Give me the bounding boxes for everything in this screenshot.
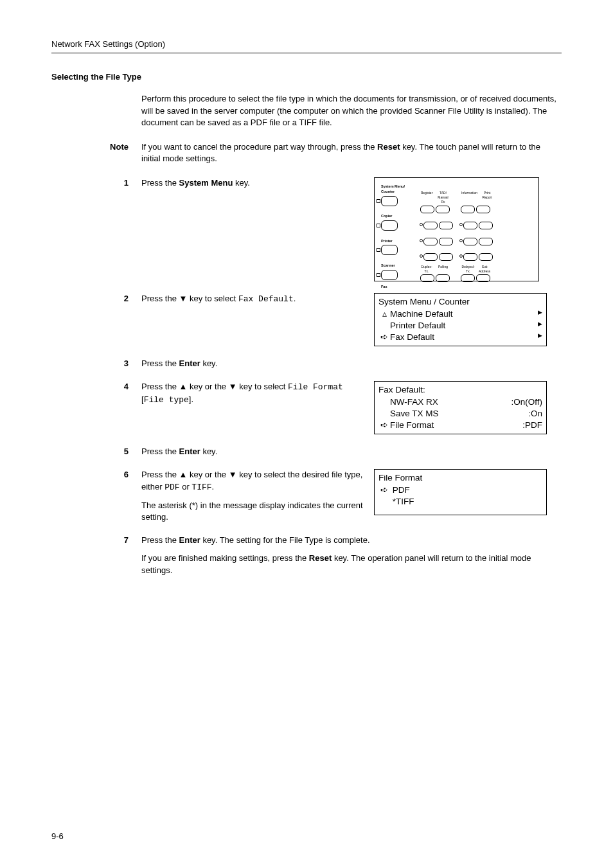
lcd-title: File Format [378,472,542,484]
led-icon [420,254,423,258]
panel-oval-button-icon [479,222,493,229]
step-number: 4 [51,381,141,393]
submenu-icon: ▶ [538,308,542,320]
led-icon [459,254,463,258]
section-title: Selecting the File Type [51,71,562,83]
key-name: Enter [179,535,200,545]
printer-button-icon [381,245,398,255]
up-scroll-icon: ▵ [378,308,390,320]
note-block: Note If you want to cancel the procedure… [51,141,562,164]
panel-oval-button-icon [439,222,453,229]
panel-top-label: Print Report [480,191,494,200]
t: Press the ▲ key or the ▼ key to select [141,382,288,391]
key-name: System Menu [179,178,233,188]
panel-figure: System Menu/ Counter Copier Printer Scan… [374,177,544,281]
panel-top-label: Information [461,191,478,195]
step-number: 3 [51,358,141,369]
cursor-icon: ➪ [378,484,390,496]
note-text: If you want to cancel the procedure part… [141,141,562,164]
panel-oval-button-icon [479,253,493,261]
cursor-icon: ➪ [378,332,390,343]
t: Press the [141,359,179,368]
cursor-icon: ➪ [378,420,390,431]
step-text: Press the Enter key. The setting for the… [141,535,562,576]
panel-oval-button-icon [436,274,450,282]
t: key. [233,178,250,188]
panel-oval-button-icon [463,222,477,229]
system-menu-button-icon [381,196,398,206]
step-text: Press the System Menu key. [141,177,374,189]
step-2: 2 Press the ▼ key to select Fax Default.… [51,293,562,346]
lcd-item: PDF [393,485,410,495]
step-text: Press the Enter key. [141,358,562,369]
t: . [212,482,215,492]
panel-oval-button-icon [439,238,453,245]
t: ]. [189,394,193,404]
mono: File type [144,395,189,405]
step-6: 6 Press the ▲ key or the ▼ key to select… [51,469,562,523]
lcd-item: File Format [390,420,434,430]
running-header: Network FAX Settings (Option) [51,39,562,53]
t: If you are finished making settings, pre… [141,553,309,563]
mono: File Format [288,382,343,392]
panel-oval-button-icon [423,253,438,261]
lcd-title: Fax Default: [378,384,542,396]
step-text: Press the ▲ key or the ▼ key to select t… [141,469,374,523]
t: . [294,294,296,303]
t: Press the ▼ key to select [141,294,238,303]
panel-oval-button-icon [423,238,438,245]
panel-oval-button-icon [420,274,434,282]
step-1: 1 Press the System Menu key. System Menu… [51,177,562,281]
panel-oval-button-icon [476,274,490,282]
step-number: 7 [51,535,141,546]
lcd-value: :On(Off) [511,396,542,408]
lcd-item: Machine Default [390,309,453,319]
step-number: 1 [51,177,141,189]
t: or [180,482,192,492]
lcd-figure: System Menu / Counter ▵Machine Default▶ … [374,293,547,346]
led-icon [459,239,463,242]
lcd-item: *TIFF [393,497,414,506]
step-4: 4 Press the ▲ key or the ▼ key to select… [51,381,562,434]
panel-label: Copier [381,214,413,219]
led-icon [459,223,463,226]
t: Press the [141,535,179,545]
panel-bot-label: Delayed- Tx. [461,265,475,274]
panel-oval-button-icon [476,206,490,213]
panel-label: Printer [381,239,413,244]
lcd-value: :PDF [522,420,542,431]
mono: PDF [164,483,179,492]
t: key. The setting for the File Type is co… [200,535,370,545]
panel-oval-button-icon [463,238,477,245]
mono: TIFF [191,483,211,492]
panel-oval-button-icon [479,238,493,245]
step-number: 2 [51,293,141,305]
panel-oval-button-icon [463,253,477,261]
panel-oval-button-icon [423,222,438,229]
lcd-item: Fax Default [390,332,434,342]
mono: Fax Default [238,294,294,304]
panel-oval-button-icon [439,253,453,261]
lcd-title: System Menu / Counter [378,296,542,308]
step-number: 5 [51,446,141,457]
step6-p2: The asterisk (*) in the message display … [141,500,366,523]
step-text: Press the ▲ key or the ▼ key to select F… [141,381,374,405]
panel-label: System Menu/ Counter [381,184,413,194]
step-text: Press the Enter key. [141,446,562,457]
panel-bot-label: Polling [436,265,450,269]
step-7: 7 Press the Enter key. The setting for t… [51,535,562,576]
submenu-icon: ▶ [538,320,542,332]
key-name: Enter [179,447,200,456]
panel-top-label: TAD/ Manual Rx [436,191,450,204]
key-name: Reset [309,553,332,563]
lcd-item: Printer Default [390,321,445,330]
lcd-value: :On [528,408,542,420]
panel-oval-button-icon [461,274,475,282]
lcd-figure: Fax Default: NW-FAX RX:On(Off) Save TX M… [374,381,547,434]
note-label: Note [51,141,141,164]
step-3: 3 Press the Enter key. [51,358,562,369]
led-icon [420,223,423,226]
t: key. [200,359,218,368]
panel-oval-button-icon [420,206,434,213]
lcd-figure: File Format ➪ PDF *TIFF [374,469,547,515]
